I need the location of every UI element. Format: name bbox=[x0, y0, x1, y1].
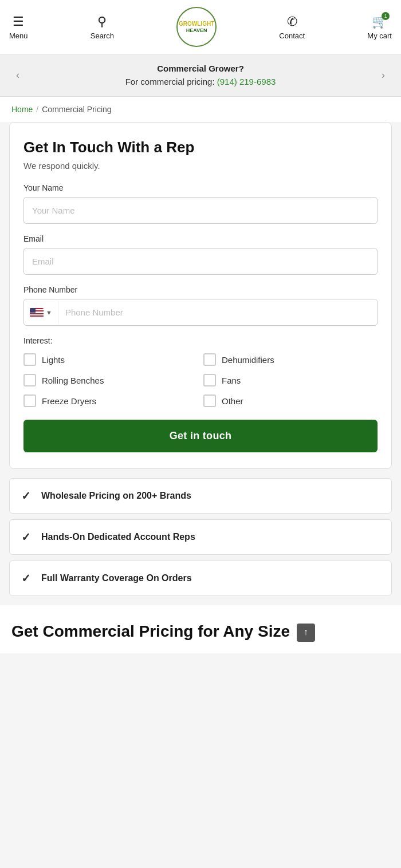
form-title: Get In Touch With a Rep bbox=[23, 139, 378, 156]
interest-dehumidifiers[interactable]: Dehumidifiers bbox=[203, 353, 378, 366]
banner-subtext: For commercial pricing: bbox=[125, 77, 215, 86]
interest-freeze-dryers-label: Freeze Dryers bbox=[42, 396, 96, 406]
banner-prev-arrow[interactable]: ‹ bbox=[11, 67, 24, 84]
check-icon-wholesale: ✓ bbox=[21, 489, 31, 503]
search-icon: ⚲ bbox=[97, 14, 107, 29]
feature-account-reps: ✓ Hands-On Dedicated Account Reps bbox=[9, 519, 392, 555]
interest-label: Interest: bbox=[23, 336, 378, 345]
interest-other-label: Other bbox=[222, 396, 243, 406]
check-icon-warranty: ✓ bbox=[21, 571, 31, 585]
interest-checkbox-grid: Lights Dehumidifiers Rolling Benches Fan… bbox=[23, 353, 378, 407]
feature-account-reps-label: Hands-On Dedicated Account Reps bbox=[41, 532, 195, 542]
submit-button[interactable]: Get in touch bbox=[23, 420, 378, 452]
cart-label: My cart bbox=[367, 31, 392, 40]
breadcrumb-current: Commercial Pricing bbox=[42, 105, 111, 114]
interest-fans[interactable]: Fans bbox=[203, 374, 378, 386]
us-flag-icon bbox=[30, 308, 44, 317]
check-icon-account-reps: ✓ bbox=[21, 530, 31, 544]
name-input[interactable] bbox=[23, 197, 378, 224]
feature-wholesale-label: Wholesale Pricing on 200+ Brands bbox=[41, 491, 191, 501]
cart-button[interactable]: 🛒 1 My cart bbox=[367, 14, 392, 40]
contact-form-card: Get In Touch With a Rep We respond quick… bbox=[9, 122, 392, 469]
name-field-group: Your Name bbox=[23, 183, 378, 224]
checkbox-fans[interactable] bbox=[203, 374, 216, 386]
promo-banner: ‹ Commercial Grower? For commercial pric… bbox=[0, 54, 401, 97]
email-label: Email bbox=[23, 234, 378, 243]
name-label: Your Name bbox=[23, 183, 378, 192]
phone-field-group: Phone Number ▼ bbox=[23, 285, 378, 326]
contact-label: Contact bbox=[279, 31, 305, 40]
phone-input[interactable] bbox=[58, 299, 377, 325]
banner-next-arrow[interactable]: › bbox=[377, 67, 390, 84]
checkbox-lights[interactable] bbox=[23, 353, 36, 366]
logo-line1: GROWLIGHT bbox=[179, 21, 214, 27]
menu-button[interactable]: ☰ Menu bbox=[9, 14, 28, 40]
breadcrumb-separator: / bbox=[36, 105, 38, 114]
menu-icon: ☰ bbox=[13, 14, 24, 29]
form-subtitle: We respond quickly. bbox=[23, 161, 378, 171]
cart-badge: 1 bbox=[382, 12, 390, 20]
country-chevron-icon: ▼ bbox=[46, 309, 52, 316]
search-button[interactable]: ⚲ Search bbox=[91, 14, 114, 40]
checkbox-freeze-dryers[interactable] bbox=[23, 394, 36, 407]
breadcrumb: Home / Commercial Pricing bbox=[0, 97, 401, 122]
bottom-title: Get Commercial Pricing for Any Size ↑ bbox=[11, 622, 315, 640]
logo-circle: GROWLIGHT HEAVEN bbox=[176, 7, 217, 47]
phone-country-selector[interactable]: ▼ bbox=[24, 301, 58, 324]
search-label: Search bbox=[91, 31, 114, 40]
checkbox-rolling-benches[interactable] bbox=[23, 374, 36, 386]
interest-rolling-benches[interactable]: Rolling Benches bbox=[23, 374, 198, 386]
breadcrumb-home[interactable]: Home bbox=[11, 105, 33, 114]
feature-warranty: ✓ Full Warranty Coverage On Orders bbox=[9, 561, 392, 596]
phone-icon: ✆ bbox=[287, 14, 297, 29]
interest-field-group: Interest: Lights Dehumidifiers Rolling B… bbox=[23, 336, 378, 407]
site-header: ☰ Menu ⚲ Search GROWLIGHT HEAVEN ✆ Conta… bbox=[0, 0, 401, 54]
interest-dehumidifiers-label: Dehumidifiers bbox=[222, 355, 274, 365]
banner-phone[interactable]: (914) 219-6983 bbox=[217, 77, 276, 86]
interest-lights[interactable]: Lights bbox=[23, 353, 198, 366]
site-logo[interactable]: GROWLIGHT HEAVEN bbox=[176, 7, 217, 47]
email-field-group: Email bbox=[23, 234, 378, 275]
banner-heading: Commercial Grower? bbox=[157, 64, 244, 73]
logo-line2: HEAVEN bbox=[179, 27, 214, 34]
checkbox-other[interactable] bbox=[203, 394, 216, 407]
interest-freeze-dryers[interactable]: Freeze Dryers bbox=[23, 394, 198, 407]
contact-button[interactable]: ✆ Contact bbox=[279, 14, 305, 40]
scroll-up-button[interactable]: ↑ bbox=[297, 624, 315, 642]
feature-warranty-label: Full Warranty Coverage On Orders bbox=[41, 573, 192, 583]
phone-wrapper: ▼ bbox=[23, 299, 378, 326]
interest-rolling-benches-label: Rolling Benches bbox=[42, 376, 104, 385]
checkbox-dehumidifiers[interactable] bbox=[203, 353, 216, 366]
feature-list: ✓ Wholesale Pricing on 200+ Brands ✓ Han… bbox=[9, 478, 392, 596]
phone-label: Phone Number bbox=[23, 285, 378, 294]
email-input[interactable] bbox=[23, 248, 378, 275]
menu-label: Menu bbox=[9, 31, 28, 40]
feature-wholesale: ✓ Wholesale Pricing on 200+ Brands bbox=[9, 478, 392, 514]
bottom-section: Get Commercial Pricing for Any Size ↑ bbox=[0, 605, 401, 653]
interest-other[interactable]: Other bbox=[203, 394, 378, 407]
interest-fans-label: Fans bbox=[222, 376, 241, 385]
interest-lights-label: Lights bbox=[42, 355, 65, 365]
